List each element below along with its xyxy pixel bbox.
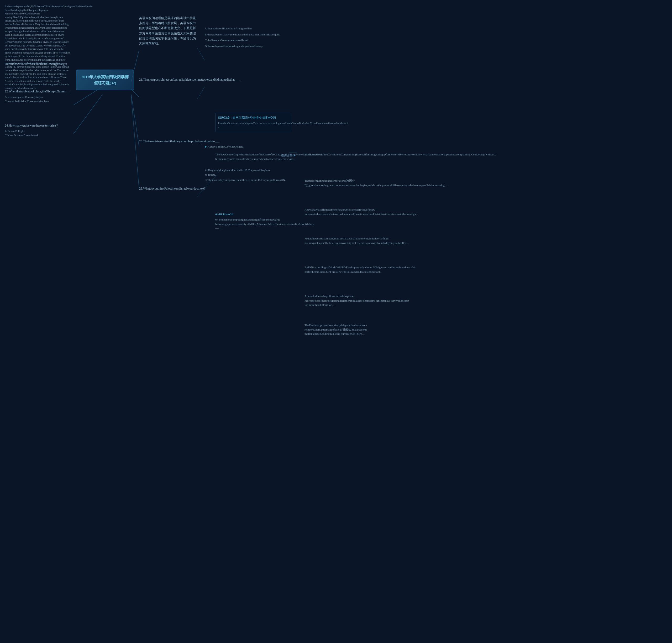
- article-obama-title: 四级阅读：奥巴马看斯拉登表情冷淡眼神空洞: [218, 116, 289, 120]
- answers-q21-block: A.theyhadaconflictwiththeArabguerrillas …: [205, 26, 278, 48]
- center-card-title: 2017年大学英语四级阅读赛假练习题(32): [81, 75, 129, 85]
- question-22-opt1: A.werecompletedB.weregoingon: [5, 95, 68, 99]
- article-obama-panel[interactable]: 四级阅读：奥巴马看斯拉登表情冷淡眼神空洞 PresidentObamawaswa…: [215, 113, 291, 132]
- connection-lines: [0, 0, 672, 643]
- q25-opt-a: A.Theywouldbeginanotherconflict.B.Theywo…: [205, 168, 281, 177]
- article-tigers-item[interactable]: By1970,accordingtoaWorldWildlifeFundrepo…: [305, 265, 383, 274]
- article-64bit-title: 64-BitTakesOff: [215, 213, 289, 216]
- article-corporations-text: Theriseofmultinationalcorporations(跨国公司)…: [305, 179, 383, 187]
- article-gender-panel[interactable]: TheNewGenderGapWhentheleadersoftheClasso…: [215, 152, 291, 161]
- q21-opt-a: A.theyhadaconflictwiththeArabguerrillas: [205, 26, 278, 31]
- question-24-block: 24.HowmanyArabswerethereastterrorists? A…: [5, 123, 68, 137]
- question-21-text: 21.Themostpossiblereasonforsraeliathlete…: [139, 77, 205, 82]
- svg-line-7: [197, 87, 205, 100]
- question-24-text: 24.HowmanyArabswerethereastterrorists?: [5, 123, 68, 128]
- article-insects-text: Aremarkablevarietyofinsectsliveinitsplan…: [305, 294, 383, 307]
- article-insects-item[interactable]: Aremarkablevarietyofinsectsliveinitsplan…: [305, 294, 383, 307]
- q25-opt-c: C.Theywouldtrytoimproveeachother'srelati…: [205, 178, 281, 182]
- question-25-text: 25.WhatdoyouthinkPalestineandIsraelwould…: [139, 186, 202, 191]
- question-22-block: 22.Whenthetroubletookplace,theOlympicGam…: [5, 89, 68, 104]
- left-passage-block: AtdawnonSeptember5th,1972abandof"BlackSe…: [5, 5, 70, 90]
- article-fedex-item[interactable]: FederalExpressacompanythatspecializesina…: [305, 236, 383, 245]
- article-federal-item[interactable]: Anewanalysisoffederalmoneythatpublicscho…: [305, 207, 383, 216]
- question-24-opt2: C.Nine.D.Itwasn'tmentioned.: [5, 133, 68, 137]
- article-baseball-text: HowLongCouldYouGoWithoutComplainingBaseb…: [305, 152, 383, 157]
- article-earth-item[interactable]: TheEarthcomprisesthreeprinciplelayers:th…: [305, 323, 383, 336]
- left-passage-text: AtdawnonSeptember5th,1972abandof"BlackSe…: [5, 5, 70, 90]
- question-22-text: 22.Whenthetroubletookplace,theOlympicGam…: [5, 89, 68, 94]
- question-25-block: 25.WhatdoyouthinkPalestineandIsraelwould…: [139, 186, 202, 191]
- svg-line-3: [131, 97, 139, 189]
- center-main-card: 2017年大学英语四级阅读赛假练习题(32): [76, 70, 134, 90]
- related-label-text: 相关文章 ▶: [281, 154, 302, 158]
- q21-opt-b: B.theArabguerrillaswantedtosavethePalest…: [205, 32, 278, 37]
- article-gender-text: TheNewGenderGapWhentheleadersoftheClasso…: [215, 152, 291, 161]
- article-64bit-panel[interactable]: 64-BitTakesOff 64-bitdesktopcomputinghas…: [215, 213, 289, 231]
- questions-intro: Questions21to25arebasedonthefollowingpas…: [5, 62, 76, 66]
- svg-line-2: [131, 95, 139, 147]
- article-federal-text: Anewanalysisoffederalmoneythatpublicscho…: [305, 207, 383, 216]
- svg-line-6: [197, 47, 205, 60]
- answers-q25-block: A.Theywouldbeginanotherconflict.B.Theywo…: [205, 168, 281, 182]
- answers-q23-block: ▶ A.ItalyB.IndiaC.SyriaD.Nigera: [205, 144, 278, 149]
- question-23-text: 23.Theterroristsweretoldthattheywouldbep…: [139, 139, 205, 144]
- article-baseball-item[interactable]: HowLongCouldYouGoWithoutComplainingBaseb…: [305, 152, 383, 157]
- article-64bit-text: 64-bitdesktopcomputinghasakenasignifican…: [215, 217, 289, 231]
- article-fedex-text: FederalExpressacompanythatspecializesina…: [305, 236, 383, 245]
- article-earth-text: TheEarthcomprisesthreeprinciplelayers:th…: [305, 323, 383, 336]
- question-24-opt1: A.Seven.B.Eight.: [5, 129, 68, 133]
- mind-map-container: AtdawnonSeptember5th,1972abandof"BlackSe…: [0, 0, 672, 643]
- question-21-block: 21.Themostpossiblereasonforsraeliathlete…: [139, 77, 205, 82]
- article-corporations-item[interactable]: Theriseofmultinationalcorporations(跨国公司)…: [305, 179, 383, 187]
- q21-opt-c: C.theGermanGovernmenthatredIsrael: [205, 38, 278, 43]
- related-articles-label: 相关文章 ▶: [281, 154, 302, 158]
- article-obama-text: PresidentObamawaswatchingonaTVscreenasac…: [218, 121, 289, 129]
- question-22-opt2: C.weretobefinishedD.weretotakeplace: [5, 99, 68, 104]
- questions-intro-text: Questions21to25arebasedonthefollowingpas…: [5, 62, 76, 66]
- passage-intro-text: 英语四级阅读理解是英语四级考试中的重点部分，而随着时代的发展，英语四级中的阅读题…: [139, 16, 197, 46]
- q23-opts: ▶ A.ItalyB.IndiaC.SyriaD.Nigera: [205, 144, 278, 149]
- q21-opt-d: D.theArabguerrillashopedtogetalargesumof…: [205, 44, 278, 49]
- passage-intro-block: 英语四级阅读理解是英语四级考试中的重点部分，而随着时代的发展，英语四级中的阅读题…: [139, 16, 199, 46]
- article-tigers-text: By1970,accordingtoaWorldWildlifeFundrepo…: [305, 265, 383, 274]
- question-23-block: 23.Theterroristsweretoldthattheywouldbep…: [139, 139, 205, 144]
- svg-line-1: [131, 89, 139, 97]
- svg-line-5: [73, 95, 102, 134]
